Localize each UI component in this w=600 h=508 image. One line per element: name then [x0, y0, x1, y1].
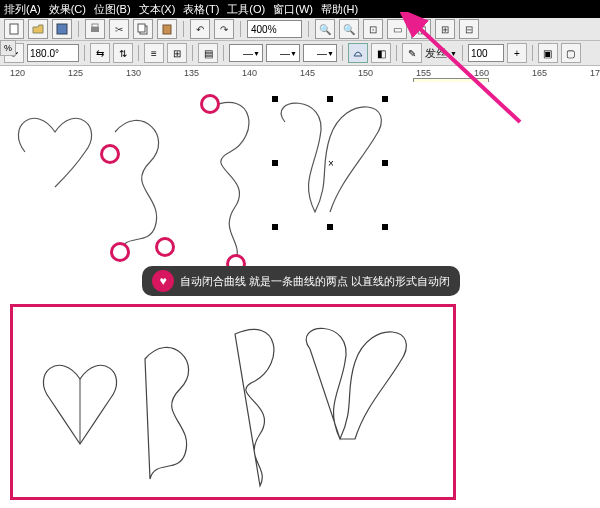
mirror-h-icon[interactable]: ⇆ — [90, 43, 110, 63]
redo-icon[interactable]: ↷ — [214, 19, 234, 39]
svg-rect-0 — [10, 24, 18, 34]
align-icon[interactable]: ≡ — [144, 43, 164, 63]
endpoint-marker — [100, 144, 120, 164]
zoom-fit-icon[interactable]: ⊡ — [363, 19, 383, 39]
zoom-value: 400% — [251, 24, 277, 35]
canvas[interactable]: × ♥ 自动闭合曲线 就是一条曲线的两点 以直线的形式自动闭 — [0, 82, 600, 508]
svg-rect-5 — [138, 24, 145, 32]
endpoint-marker — [155, 237, 175, 257]
svg-rect-3 — [92, 24, 98, 27]
line-start-dropdown[interactable]: —▼ — [229, 44, 263, 62]
endpoint-marker — [200, 94, 220, 114]
menu-table[interactable]: 表格(T) — [183, 2, 219, 17]
to-back-icon[interactable]: ▢ — [561, 43, 581, 63]
paste-icon[interactable] — [157, 19, 177, 39]
svg-line-8 — [415, 24, 520, 122]
heart-icon: ♥ — [152, 270, 174, 292]
distribute-icon[interactable]: ⊞ — [167, 43, 187, 63]
annotation-arrow — [400, 12, 550, 132]
order-icon[interactable]: ▤ — [198, 43, 218, 63]
menu-arrange[interactable]: 排列(A) — [4, 2, 41, 17]
menu-help[interactable]: 帮助(H) — [321, 2, 358, 17]
cut-icon[interactable]: ✂ — [109, 19, 129, 39]
svg-rect-6 — [163, 25, 171, 34]
undo-icon[interactable]: ↶ — [190, 19, 210, 39]
print-icon[interactable] — [85, 19, 105, 39]
menu-window[interactable]: 窗口(W) — [273, 2, 313, 17]
line-end-dropdown[interactable]: —▼ — [303, 44, 337, 62]
wrap-icon[interactable]: ◧ — [371, 43, 391, 63]
menu-tool[interactable]: 工具(O) — [227, 2, 265, 17]
menu-text[interactable]: 文本(X) — [139, 2, 176, 17]
closed-curves — [10, 304, 470, 504]
help-callout: ♥ 自动闭合曲线 就是一条曲线的两点 以直线的形式自动闭 — [142, 266, 460, 296]
selection-center-icon: × — [328, 158, 334, 169]
close-curve-button[interactable] — [348, 43, 368, 63]
angle-value: 180.0 — [30, 48, 55, 59]
svg-rect-1 — [57, 24, 67, 34]
svg-rect-2 — [91, 27, 99, 32]
menu-effect[interactable]: 效果(C) — [49, 2, 86, 17]
angle-input[interactable]: 180.0 ° — [27, 44, 79, 62]
zoom-input[interactable]: 400% — [247, 20, 302, 38]
new-icon[interactable] — [4, 19, 24, 39]
zoom-out-icon[interactable]: 🔍 — [339, 19, 359, 39]
help-text: 自动闭合曲线 就是一条曲线的两点 以直线的形式自动闭 — [180, 274, 450, 289]
endpoint-marker — [110, 242, 130, 262]
line-style-dropdown[interactable]: —▼ — [266, 44, 300, 62]
save-icon[interactable] — [52, 19, 72, 39]
open-icon[interactable] — [28, 19, 48, 39]
percent-panel: % — [0, 40, 16, 56]
zoom-in-icon[interactable]: 🔍 — [315, 19, 335, 39]
menu-bitmap[interactable]: 位图(B) — [94, 2, 131, 17]
copy-icon[interactable] — [133, 19, 153, 39]
mirror-v-icon[interactable]: ⇅ — [113, 43, 133, 63]
